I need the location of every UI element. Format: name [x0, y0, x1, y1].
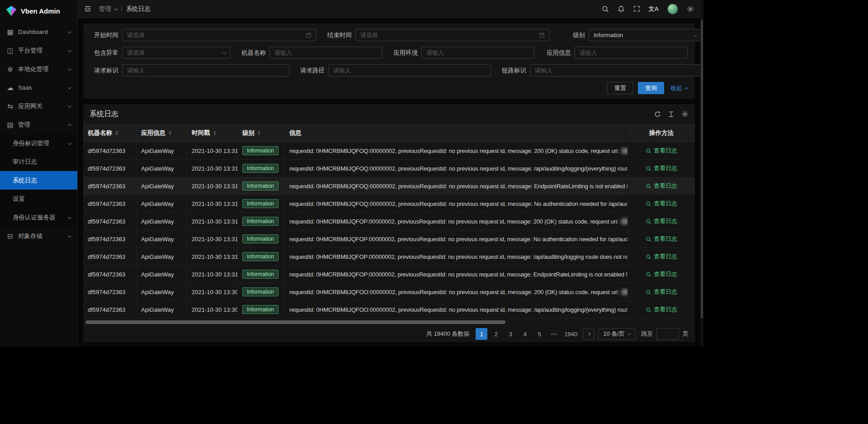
redacted-text — [622, 148, 628, 154]
search-icon[interactable] — [602, 5, 609, 13]
view-log-link[interactable]: 查看日志 — [646, 235, 677, 243]
next-page-button[interactable] — [583, 328, 594, 340]
level-badge: Information — [242, 305, 278, 314]
log-table-row: df5974d72363 ApiGateWay 2021-10-30 13:31… — [83, 248, 695, 266]
user-avatar[interactable] — [667, 4, 678, 14]
cell-level: Information — [238, 283, 285, 300]
column-settings-icon[interactable] — [681, 110, 689, 118]
sidebar-item-settings[interactable]: 设置 — [0, 190, 77, 208]
view-log-link[interactable]: 查看日志 — [646, 182, 677, 190]
sidebar-item-localization[interactable]: ⊕ 本地化管理 — [0, 60, 77, 78]
view-log-link[interactable]: 查看日志 — [646, 200, 677, 208]
chevron-down-icon — [114, 6, 118, 10]
column-header[interactable]: 机器名称 — [83, 124, 137, 142]
level-badge: Information — [242, 217, 278, 226]
sidebar-item-dashboard[interactable]: ▦ Dashboard — [0, 23, 77, 41]
pagination: 共 19400 条数据 12345•••1940 10 条/页 跳至 页 — [83, 326, 695, 341]
horizontal-scrollbar[interactable] — [85, 319, 693, 325]
platform-icon: ◫ — [6, 47, 14, 55]
filter-input[interactable]: 请输入 — [269, 47, 382, 59]
view-log-link[interactable]: 查看日志 — [646, 252, 677, 261]
pagination-page[interactable]: 4 — [519, 328, 531, 340]
sidebar-item-object-storage[interactable]: ⊟ 对象存储 — [0, 227, 77, 245]
app-logo[interactable]: Vben Admin — [0, 0, 77, 22]
cell-message: requestId: 0HMCRBM8JQFOQ:00000002, previ… — [285, 142, 628, 159]
settings-icon[interactable] — [687, 5, 694, 13]
view-log-link[interactable]: 查看日志 — [646, 305, 677, 314]
log-table-row: df5974d72363 ApiGateWay 2021-10-30 13:31… — [83, 195, 695, 213]
column-height-icon[interactable] — [668, 111, 675, 118]
level-badge: Information — [242, 252, 278, 261]
breadcrumb-item-parent[interactable]: 管理 — [99, 5, 117, 13]
refresh-icon[interactable] — [654, 111, 661, 118]
pagination-page[interactable]: 5 — [533, 328, 545, 340]
breadcrumb: 管理 / 系统日志 — [99, 5, 151, 13]
filter-input[interactable]: 请输入 — [122, 64, 289, 76]
chevron-down-icon — [68, 29, 71, 33]
page-suffix: 页 — [683, 330, 689, 338]
cell-level: Information — [238, 195, 285, 212]
filter-input[interactable]: 请输入 — [421, 47, 534, 59]
query-button[interactable]: 查询 — [638, 82, 664, 94]
cell-actions: 查看日志 — [628, 195, 695, 212]
cell-app-info: ApiGateWay — [137, 142, 187, 159]
notification-icon[interactable] — [618, 5, 625, 13]
pagination-page[interactable]: 2 — [490, 328, 502, 340]
cell-machine-name: df5974d72363 — [83, 213, 137, 230]
column-header[interactable]: 时间戳 — [187, 124, 238, 142]
reset-button[interactable]: 重置 — [607, 82, 633, 94]
filter-input[interactable]: 请输入 — [530, 64, 700, 76]
chevron-right-icon — [587, 332, 590, 336]
filter-field-label: 包含异常 — [90, 49, 118, 57]
sidebar-item-auth-server[interactable]: 身份认证服务器 — [0, 208, 77, 227]
cell-level: Information — [238, 248, 285, 265]
sidebar-item-audit-log[interactable]: 审计日志 — [0, 152, 77, 171]
filter-date[interactable]: 请选择 — [355, 29, 550, 41]
scrollbar-thumb[interactable] — [701, 20, 703, 319]
filter-input[interactable]: 请输入 — [328, 64, 491, 76]
scrollbar-thumb[interactable] — [85, 320, 505, 324]
sidebar-item-system-log[interactable]: 系统日志 — [0, 171, 77, 190]
breadcrumb-current: 系统日志 — [126, 5, 151, 13]
jump-page-input[interactable] — [656, 328, 679, 340]
page-size-select[interactable]: 10 条/页 — [598, 328, 636, 340]
menu-fold-icon[interactable] — [84, 5, 92, 13]
pagination-ellipsis[interactable]: ••• — [548, 328, 560, 340]
sidebar-item-gateway[interactable]: ⇆ 应用网关 — [0, 97, 77, 115]
filter-input[interactable]: 请输入 — [575, 47, 688, 59]
view-log-link[interactable]: 查看日志 — [646, 288, 677, 296]
collapse-link[interactable]: 收起 — [670, 84, 688, 92]
vertical-scrollbar[interactable] — [700, 0, 703, 347]
cell-machine-name: df5974d72363 — [83, 283, 137, 300]
column-header[interactable]: 级别 — [238, 124, 285, 142]
pagination-page[interactable]: 1940 — [562, 328, 579, 340]
locale-icon[interactable]: 文A — [649, 5, 659, 13]
sidebar-item-identity-management[interactable]: 身份标识管理 — [0, 134, 77, 152]
column-header: 信息 — [285, 124, 628, 142]
dashboard-icon: ▦ — [6, 28, 14, 36]
cell-app-info: ApiGateWay — [137, 213, 187, 230]
view-log-link[interactable]: 查看日志 — [646, 217, 677, 225]
sidebar-item-platform[interactable]: ◫ 平台管理 — [0, 41, 77, 60]
fullscreen-icon[interactable] — [633, 5, 640, 12]
main-area: 管理 / 系统日志 文A — [78, 0, 700, 347]
level-badge: Information — [242, 146, 278, 155]
total-count: 共 19400 条数据 — [426, 330, 469, 338]
view-log-link[interactable]: 查看日志 — [646, 164, 677, 172]
view-log-link[interactable]: 查看日志 — [646, 147, 677, 155]
column-header[interactable]: 应用信息 — [137, 124, 187, 142]
filter-select[interactable]: 请选择 — [122, 47, 231, 59]
filter-date[interactable]: 请选择 — [122, 29, 316, 41]
magnifier-icon — [646, 201, 651, 207]
sidebar-item-saas[interactable]: ☁ Saas — [0, 78, 77, 97]
pagination-page[interactable]: 3 — [505, 328, 516, 340]
view-log-link[interactable]: 查看日志 — [646, 270, 677, 278]
log-table-row: df5974d72363 ApiGateWay 2021-10-30 13:31… — [83, 177, 695, 195]
magnifier-icon — [646, 166, 651, 172]
saas-icon: ☁ — [6, 84, 14, 92]
chevron-down-icon — [68, 215, 71, 219]
app-title: Vben Admin — [21, 7, 60, 15]
sidebar-item-management[interactable]: ▤ 管理 — [0, 115, 77, 134]
pagination-page[interactable]: 1 — [476, 328, 487, 340]
filter-select[interactable]: Information — [589, 29, 700, 41]
